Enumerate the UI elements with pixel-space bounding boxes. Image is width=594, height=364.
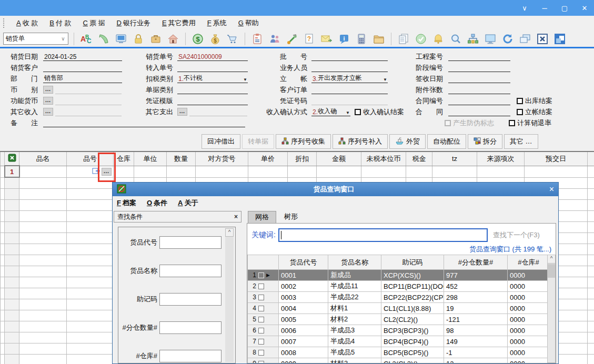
grid-cell[interactable] bbox=[588, 255, 594, 266]
row-checkbox[interactable] bbox=[258, 272, 264, 278]
grid-cell[interactable] bbox=[19, 343, 67, 355]
menu-system[interactable]: F系统 bbox=[202, 18, 233, 28]
warehouse-qty-filter-input[interactable] bbox=[159, 321, 222, 334]
dollar-coin-icon[interactable]: $ bbox=[191, 32, 205, 46]
filter-panel-scrollbar[interactable]: ^ bbox=[225, 228, 234, 362]
find-next-label[interactable]: 查找下一个(F3) bbox=[493, 230, 540, 240]
grid-cell[interactable] bbox=[1, 166, 5, 177]
filter-panel-close-icon[interactable]: × bbox=[234, 213, 238, 220]
grid-cell[interactable] bbox=[588, 321, 594, 332]
grid-cell[interactable] bbox=[288, 166, 317, 177]
phase-no-field[interactable] bbox=[448, 63, 510, 72]
results-col-code[interactable]: 货品代号 bbox=[279, 255, 328, 270]
product-name-filter-input[interactable] bbox=[159, 265, 222, 277]
row-number-cell[interactable] bbox=[5, 288, 19, 299]
grid-cell[interactable] bbox=[67, 299, 114, 310]
grid-cell[interactable] bbox=[525, 166, 588, 177]
foreign-trade-button[interactable]: 外贸 bbox=[389, 134, 426, 149]
dialog-menu-file[interactable]: F档案 bbox=[117, 198, 136, 208]
close-box-icon[interactable] bbox=[536, 32, 549, 46]
revenue-confirm-closed-checkbox[interactable] bbox=[355, 109, 361, 115]
grid-cell[interactable] bbox=[1, 233, 5, 244]
sale-no-field[interactable]: SA2401000009 bbox=[177, 52, 248, 61]
grid-cell[interactable] bbox=[67, 277, 114, 288]
grid-cell[interactable] bbox=[19, 189, 67, 200]
grid-cell[interactable] bbox=[19, 200, 67, 211]
app-icon[interactable] bbox=[553, 32, 567, 46]
scroll-up-icon[interactable]: ^ bbox=[225, 228, 234, 237]
monitor-icon[interactable] bbox=[484, 32, 497, 46]
grid-cell[interactable] bbox=[588, 310, 594, 321]
dialog-menu-conditions[interactable]: O条件 bbox=[147, 198, 167, 208]
grid-cell[interactable] bbox=[67, 321, 114, 332]
customer-field[interactable] bbox=[43, 63, 122, 72]
row-number-cell[interactable] bbox=[5, 343, 19, 355]
grid-cell[interactable] bbox=[248, 166, 288, 177]
excel-export-icon[interactable] bbox=[5, 151, 19, 166]
result-row[interactable]: 1▶0001新成品XCP(XCS)()9770000 bbox=[248, 270, 548, 281]
grid-cell[interactable] bbox=[588, 355, 594, 364]
dialog-titlebar[interactable]: 货品查询窗口 × bbox=[113, 183, 558, 196]
voucher-no-field[interactable] bbox=[311, 96, 388, 105]
grid-cell[interactable] bbox=[588, 177, 594, 189]
anti-fake-checkbox[interactable] bbox=[445, 120, 451, 126]
grid-cell[interactable] bbox=[1, 355, 5, 364]
grid-row-1[interactable]: 1 … bbox=[1, 166, 594, 177]
grid-cell[interactable] bbox=[134, 166, 167, 177]
grid-cell[interactable] bbox=[67, 255, 114, 266]
tab-tree-view[interactable]: 树形 bbox=[277, 211, 305, 223]
menu-receipts[interactable]: A收 款 bbox=[11, 18, 44, 28]
grid-cell[interactable] bbox=[588, 299, 594, 310]
grid-cell[interactable] bbox=[588, 200, 594, 211]
menu-drag-handle[interactable] bbox=[3, 18, 6, 28]
result-row[interactable]: 50005材料2CL2(CL2)()-1210000 bbox=[248, 314, 548, 325]
row-number-cell[interactable] bbox=[5, 222, 19, 233]
grid-cell[interactable] bbox=[1, 310, 5, 321]
row-number-cell[interactable] bbox=[5, 299, 19, 310]
keyword-input[interactable] bbox=[278, 228, 488, 242]
result-row[interactable]: 40004材料1CL1(CL1)(8.88)190000 bbox=[248, 303, 548, 314]
grid-col-tax[interactable]: 税金 bbox=[406, 151, 432, 166]
row-number-cell[interactable] bbox=[5, 321, 19, 332]
grid-col-unit[interactable]: 单位 bbox=[134, 151, 167, 166]
row-checkbox[interactable] bbox=[258, 328, 264, 333]
results-col-name[interactable]: 货品名称 bbox=[328, 255, 381, 270]
dialog-close-button[interactable]: × bbox=[541, 185, 554, 194]
currency-lookup-button[interactable]: … bbox=[43, 86, 53, 94]
grid-cell[interactable] bbox=[67, 189, 114, 200]
menu-other-fees[interactable]: E其它费用 bbox=[156, 18, 202, 28]
computer-icon[interactable] bbox=[114, 32, 128, 46]
booking-closed-checkbox[interactable] bbox=[517, 109, 523, 115]
row-number-cell[interactable] bbox=[5, 244, 19, 255]
results-col-wh-qty[interactable]: #分仓数量# bbox=[444, 255, 508, 270]
clipboard-icon[interactable] bbox=[250, 32, 264, 46]
sign-date-field[interactable] bbox=[448, 74, 510, 83]
grid-cell[interactable] bbox=[19, 255, 67, 266]
result-row[interactable]: 20002半成品11BCP11(BCP11)(DOO)4520000 bbox=[248, 281, 548, 292]
return-rate-checkbox[interactable] bbox=[509, 120, 515, 126]
menu-payments[interactable]: B付 款 bbox=[44, 18, 77, 28]
documents-icon[interactable] bbox=[397, 32, 410, 46]
warehouse-filter-input[interactable] bbox=[159, 350, 222, 362]
grid-cell[interactable] bbox=[67, 211, 114, 222]
grid-cell[interactable] bbox=[19, 277, 67, 288]
maximize-button[interactable]: ▢ bbox=[560, 4, 569, 12]
grid-cell[interactable] bbox=[167, 166, 196, 177]
minimize-button[interactable]: ─ bbox=[540, 4, 549, 12]
row-checkbox[interactable] bbox=[258, 284, 264, 289]
grid-cell[interactable] bbox=[1, 299, 5, 310]
grid-cell[interactable] bbox=[588, 343, 594, 355]
booking-dropdown[interactable]: 3.开出发票才立帐▼ bbox=[311, 74, 388, 83]
row-number-cell[interactable] bbox=[5, 266, 19, 277]
dialog-menu-about[interactable]: A关于 bbox=[178, 198, 198, 208]
grid-cell[interactable] bbox=[1, 255, 5, 266]
refresh-icon[interactable] bbox=[501, 32, 515, 46]
grid-cell[interactable] bbox=[1, 177, 5, 189]
more-button[interactable]: 其它 … bbox=[504, 134, 538, 149]
grid-cell[interactable] bbox=[588, 244, 594, 255]
grid-cell[interactable] bbox=[477, 166, 525, 177]
results-col-mnemonic[interactable]: 助记码 bbox=[381, 255, 444, 270]
grid-cell[interactable] bbox=[67, 200, 114, 211]
layers-icon[interactable] bbox=[518, 32, 532, 46]
row-number-cell[interactable] bbox=[5, 233, 19, 244]
